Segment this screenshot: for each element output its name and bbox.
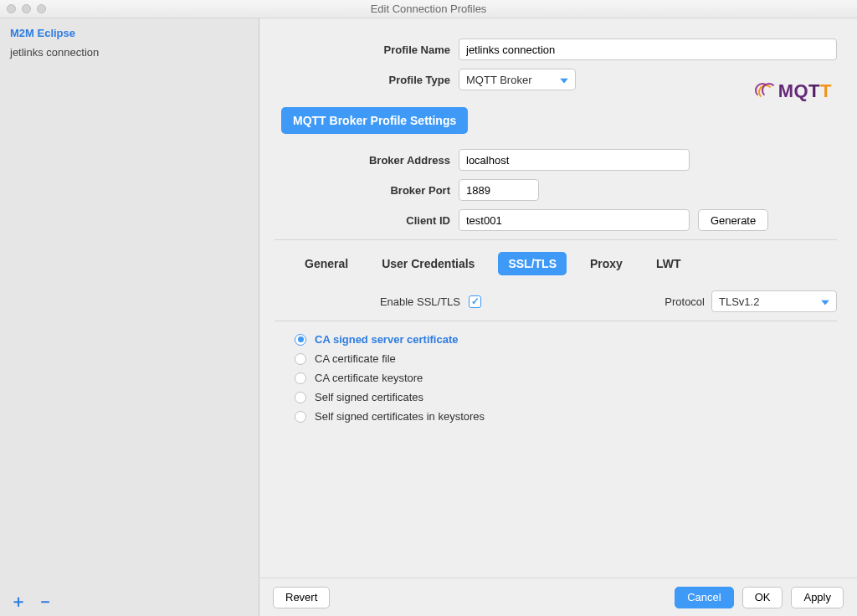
- broker-port-input[interactable]: [459, 179, 539, 201]
- content-split: M2M Eclipse jetlinks connection ＋ － Prof…: [0, 18, 857, 616]
- tab-ssl-tls[interactable]: SSL/TLS: [498, 252, 567, 275]
- footer: Revert Cancel OK Apply: [259, 578, 857, 616]
- profile-type-select[interactable]: MQTT Broker: [459, 69, 576, 90]
- main-body: Profile Name Profile Type MQTT Broker: [259, 18, 857, 578]
- cert-radio-group: CA signed server certificate CA certific…: [295, 330, 837, 426]
- mqtt-logo: MQTT: [755, 80, 832, 102]
- close-window-icon[interactable]: [7, 4, 16, 13]
- titlebar: Edit Connection Profiles: [0, 0, 857, 18]
- broker-port-label: Broker Port: [275, 184, 459, 197]
- sidebar-item-m2m-eclipse[interactable]: M2M Eclipse: [8, 23, 259, 43]
- radio-icon: [295, 372, 306, 384]
- cancel-button[interactable]: Cancel: [675, 587, 733, 608]
- radio-self-signed[interactable]: Self signed certificates: [295, 388, 837, 407]
- mqtt-logo-icon: [755, 81, 777, 101]
- profile-name-input[interactable]: [459, 38, 837, 60]
- add-profile-button[interactable]: ＋: [10, 593, 27, 609]
- remove-profile-button[interactable]: －: [37, 593, 54, 609]
- sidebar-footer: ＋ －: [0, 586, 259, 616]
- tab-user-credentials[interactable]: User Credentials: [372, 252, 485, 275]
- profiles-list: M2M Eclipse jetlinks connection: [0, 18, 259, 586]
- client-id-input[interactable]: [459, 209, 690, 231]
- radio-icon: [295, 353, 306, 365]
- protocol-value: TLSv1.2: [719, 295, 759, 308]
- tab-general[interactable]: General: [295, 252, 358, 275]
- broker-address-label: Broker Address: [275, 154, 459, 167]
- window-title: Edit Connection Profiles: [0, 3, 857, 15]
- sidebar-item-jetlinks[interactable]: jetlinks connection: [8, 43, 259, 62]
- divider: [275, 239, 837, 240]
- enable-ssl-checkbox[interactable]: ✓: [469, 295, 481, 308]
- section-heading: MQTT Broker Profile Settings: [281, 107, 468, 134]
- chevron-down-icon: [560, 74, 568, 86]
- radio-label: CA signed server certificate: [315, 333, 458, 346]
- divider: [275, 321, 837, 321]
- profiles-sidebar: M2M Eclipse jetlinks connection ＋ －: [0, 18, 259, 616]
- window-traffic-lights: [7, 4, 46, 13]
- minimize-window-icon[interactable]: [22, 4, 31, 13]
- tab-proxy[interactable]: Proxy: [580, 252, 633, 275]
- radio-icon: [295, 411, 306, 423]
- apply-button[interactable]: Apply: [791, 587, 844, 608]
- radio-icon: [295, 334, 306, 346]
- radio-ca-file[interactable]: CA certificate file: [295, 349, 837, 368]
- client-id-label: Client ID: [275, 214, 459, 227]
- tab-bar: General User Credentials SSL/TLS Proxy L…: [295, 252, 837, 275]
- profile-type-value: MQTT Broker: [466, 74, 532, 86]
- profile-type-label: Profile Type: [275, 74, 459, 86]
- ok-button[interactable]: OK: [742, 587, 783, 608]
- ssl-section: Enable SSL/TLS ✓ Protocol TLSv1.2: [275, 290, 837, 426]
- main-panel: Profile Name Profile Type MQTT Broker: [259, 18, 857, 616]
- radio-self-signed-keystore[interactable]: Self signed certificates in keystores: [295, 407, 837, 426]
- radio-ca-keystore[interactable]: CA certificate keystore: [295, 368, 837, 388]
- profile-name-label: Profile Name: [275, 44, 459, 56]
- zoom-window-icon[interactable]: [37, 4, 46, 13]
- generate-button[interactable]: Generate: [698, 209, 768, 231]
- radio-label: CA certificate keystore: [315, 372, 423, 384]
- enable-ssl-label: Enable SSL/TLS: [275, 295, 469, 308]
- revert-button[interactable]: Revert: [273, 587, 330, 608]
- protocol-label: Protocol: [665, 295, 705, 308]
- radio-label: Self signed certificates: [315, 391, 423, 403]
- radio-label: Self signed certificates in keystores: [315, 410, 485, 423]
- chevron-down-icon: [821, 295, 829, 308]
- tab-lwt[interactable]: LWT: [646, 252, 691, 275]
- protocol-select[interactable]: TLSv1.2: [711, 290, 837, 312]
- radio-ca-signed[interactable]: CA signed server certificate: [295, 330, 837, 349]
- broker-address-input[interactable]: [459, 149, 690, 171]
- radio-label: CA certificate file: [315, 352, 396, 365]
- radio-icon: [295, 392, 306, 403]
